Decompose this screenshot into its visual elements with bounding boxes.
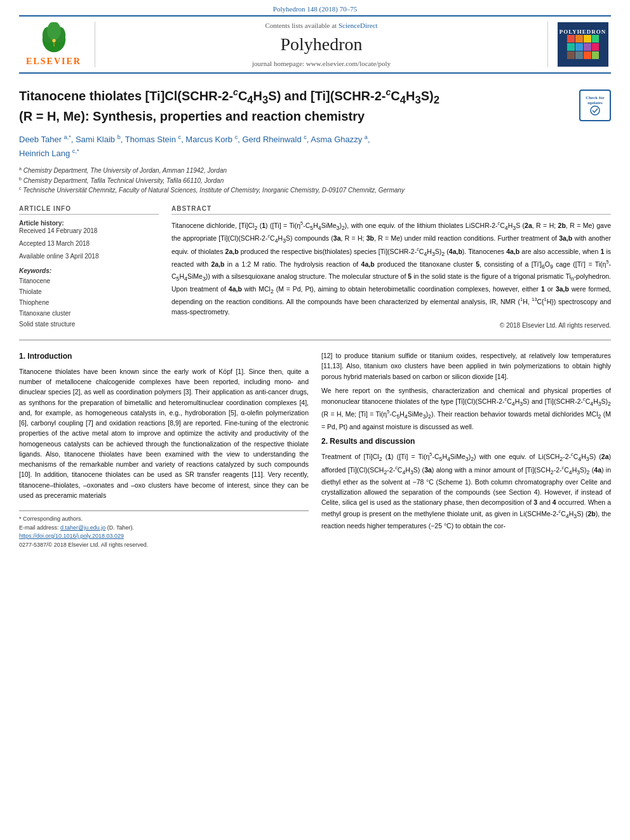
affiliation-b: b Chemistry Department, Tafila Technical… [19, 176, 611, 185]
accepted-date: Accepted 13 March 2018 [19, 239, 159, 248]
journal-right-logo: POLYHEDRON [547, 22, 611, 67]
history-label: Article history: [19, 220, 159, 227]
body-right-col: [12] to produce titanium sulfide or tita… [321, 350, 611, 549]
article-info-col: ARTICLE INFO Article history: Received 1… [19, 205, 159, 330]
journal-reference: Polyhedron 148 (2018) 70–75 [0, 0, 630, 15]
abstract-text: Titanocene dichloride, [Ti]Cl2 (1) ([Ti]… [171, 220, 611, 317]
svg-rect-14 [592, 43, 599, 51]
abstract-heading: ABSTRACT [171, 205, 611, 215]
results-para1: Treatment of [Ti]Cl2 (1) ([Ti] = Ti(η5-C… [321, 451, 611, 531]
affiliation-c: c Technische Universität Chemnitz, Facul… [19, 185, 611, 195]
svg-rect-11 [567, 43, 575, 51]
section-divider [19, 340, 611, 340]
article-content: Titanocene thiolates [Ti]Cl(SCHR-2-cC4H3… [0, 74, 630, 562]
elsevier-label: ELSEVIER [26, 57, 81, 67]
svg-rect-9 [584, 35, 591, 43]
elsevier-tree-icon [35, 22, 73, 54]
svg-rect-12 [575, 43, 583, 51]
svg-rect-16 [575, 51, 583, 59]
keyword-solid-state: Solid state structure [19, 319, 159, 330]
info-abstract-section: ARTICLE INFO Article history: Received 1… [19, 205, 611, 330]
issn-line: 0277-5387/© 2018 Elsevier Ltd. All right… [19, 541, 309, 550]
authors: Deeb Taher a,*, Sami Klaib b, Thomas Ste… [19, 133, 611, 161]
svg-rect-7 [567, 35, 575, 43]
journal-center: Contents lists available at ScienceDirec… [95, 22, 547, 67]
corresponding-author-note: * Corresponding authors. [19, 515, 309, 524]
section2-title: 2. Results and discussion [321, 436, 611, 448]
article-title: Titanocene thiolates [Ti]Cl(SCHR-2-cC4H3… [19, 86, 573, 125]
body-content: 1. Introduction Titanocene thiolates hav… [19, 350, 611, 549]
body-left-col: 1. Introduction Titanocene thiolates hav… [19, 350, 309, 549]
check-for-updates-badge: Check forupdates [579, 90, 611, 121]
journal-homepage: journal homepage: www.elsevier.com/locat… [252, 60, 391, 67]
elsevier-logo: ELSEVIER [26, 22, 81, 67]
check-updates-icon [589, 105, 601, 116]
affiliations: a Chemistry Department, The University o… [19, 166, 611, 195]
polyhedron-logo: POLYHEDRON [558, 22, 608, 67]
doi-line: https://doi.org/10.1016/j.poly.2018.03.0… [19, 532, 309, 541]
copyright-line: © 2018 Elsevier Ltd. All rights reserved… [171, 322, 611, 329]
section1-title: 1. Introduction [19, 350, 309, 363]
journal-header: ELSEVIER Contents lists available at Sci… [19, 15, 611, 74]
abstract-col: ABSTRACT Titanocene dichloride, [Ti]Cl2 … [171, 205, 611, 330]
keyword-thiolate: Thiolate [19, 286, 159, 297]
title-block: Titanocene thiolates [Ti]Cl(SCHR-2-cC4H3… [19, 86, 573, 133]
email-link[interactable]: d.taher@ju.edu.jo [60, 524, 105, 531]
page: Polyhedron 148 (2018) 70–75 ELSEV [0, 0, 630, 840]
keywords-label: Keywords: [19, 267, 159, 274]
received-date: Received 14 February 2018 [19, 227, 159, 236]
intro-para3: We here report on the synthesis, charact… [321, 385, 611, 432]
keyword-titanoxane: Titanoxane cluster [19, 308, 159, 319]
svg-rect-8 [575, 35, 583, 43]
keyword-thiophene: Thiophene [19, 297, 159, 308]
elsevier-branding: ELSEVIER [19, 22, 95, 67]
doi-link[interactable]: https://doi.org/10.1016/j.poly.2018.03.0… [19, 533, 124, 539]
svg-point-4 [47, 22, 61, 40]
contents-line: Contents lists available at ScienceDirec… [265, 22, 377, 29]
svg-point-19 [591, 106, 600, 115]
available-date: Available online 3 April 2018 [19, 252, 159, 261]
svg-rect-13 [584, 43, 591, 51]
svg-point-5 [52, 39, 55, 42]
footnote-area: * Corresponding authors. E-mail address:… [19, 510, 309, 549]
title-area: Titanocene thiolates [Ti]Cl(SCHR-2-cC4H3… [19, 86, 611, 133]
journal-title: Polyhedron [280, 34, 362, 55]
affiliation-a: a Chemistry Department, The University o… [19, 166, 611, 175]
keyword-titanocene: Titanocene [19, 276, 159, 286]
svg-rect-10 [592, 35, 599, 43]
polyhedron-shape-icon [567, 35, 599, 60]
email-line: E-mail address: d.taher@ju.edu.jo (D. Ta… [19, 524, 309, 533]
intro-para2: [12] to produce titanium sulfide or tita… [321, 350, 611, 382]
intro-para1: Titanocene thiolates have been known sin… [19, 366, 309, 500]
article-info-heading: ARTICLE INFO [19, 205, 159, 215]
svg-rect-17 [584, 51, 591, 59]
sciencedirect-link[interactable]: ScienceDirect [338, 22, 378, 29]
svg-rect-15 [567, 51, 575, 59]
keywords-list: Titanocene Thiolate Thiophene Titanoxane… [19, 276, 159, 330]
svg-rect-18 [592, 51, 599, 59]
